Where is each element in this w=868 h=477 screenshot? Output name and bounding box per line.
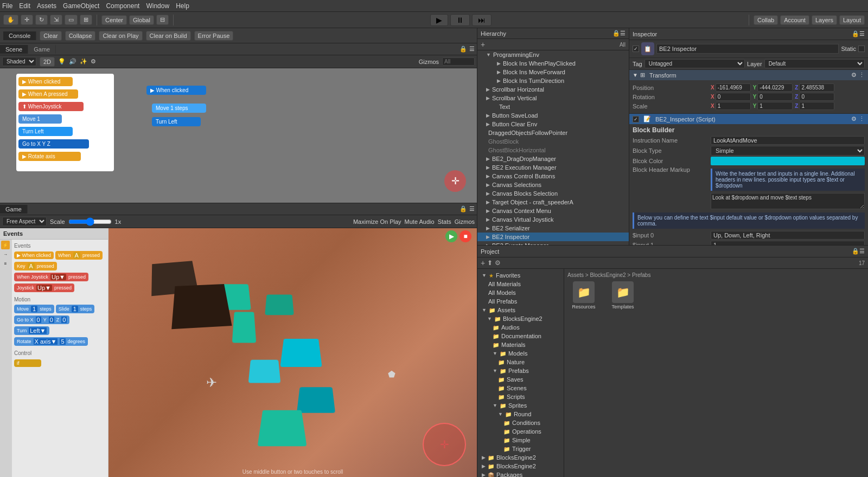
hierarchy-item-16[interactable]: ▶ Canvas Blocks Selection bbox=[477, 189, 629, 198]
inspector-lock[interactable]: 🔒 bbox=[852, 30, 859, 37]
docs-item[interactable]: 📁 Documentation bbox=[480, 332, 561, 340]
scratch-block4[interactable]: Move 1 bbox=[18, 114, 62, 124]
menu-window[interactable]: Window bbox=[146, 2, 169, 10]
hierarchy-item-0[interactable]: ▼ ProgrammingEnv bbox=[477, 50, 629, 59]
move-gizmo[interactable]: ✛ bbox=[444, 170, 466, 192]
simple-item[interactable]: 📁 Simple bbox=[480, 436, 561, 444]
hierarchy-item-11[interactable]: GhostBlockHorizontal bbox=[477, 146, 629, 154]
joystick-pressed[interactable]: Joystick Up▼ pressed bbox=[14, 283, 74, 292]
hierarchy-item-8[interactable]: ▶ Button Clear Env bbox=[477, 120, 629, 128]
hierarchy-item-2[interactable]: ▶ Block Ins MoveForward bbox=[477, 68, 629, 76]
blocksengine2-item[interactable]: ▼ 📁 BlocksEngine2 bbox=[480, 314, 561, 323]
collapse-button[interactable]: Collapse bbox=[65, 31, 96, 41]
transform-tool[interactable]: ⊞ bbox=[80, 15, 92, 25]
all-cat-icon[interactable]: ≡ bbox=[1, 259, 10, 268]
sound-cat-icon[interactable] bbox=[1, 278, 10, 286]
hierarchy-item-1[interactable]: ▶ Block Ins WhenPlayClicked bbox=[477, 59, 629, 68]
move-block[interactable]: Move 1 steps bbox=[152, 104, 206, 113]
hierarchy-item-9[interactable]: DraggedObjectsFollowPointer bbox=[477, 128, 629, 137]
pause-button[interactable]: ⏸ bbox=[450, 14, 470, 26]
input1-field[interactable] bbox=[711, 241, 865, 245]
menu-help[interactable]: Help bbox=[176, 2, 189, 10]
pos-z-input[interactable] bbox=[799, 83, 834, 92]
scene-menu[interactable]: ☰ bbox=[469, 46, 475, 53]
all-models-item[interactable]: All Models bbox=[480, 288, 561, 297]
packages-item[interactable]: ▶ 📦 Packages bbox=[480, 470, 561, 477]
assets-item[interactable]: ▼ 📁 Assets bbox=[480, 306, 561, 314]
mute-audio-btn[interactable]: Mute Audio bbox=[405, 218, 435, 225]
hierarchy-add-btn[interactable]: + bbox=[481, 40, 485, 49]
hierarchy-item-22[interactable]: ▶ BE2 Events Manager bbox=[477, 241, 629, 245]
menu-edit[interactable]: Edit bbox=[19, 2, 30, 10]
looks-cat-icon[interactable] bbox=[1, 268, 10, 277]
round-item[interactable]: ▼ 📁 Round bbox=[480, 410, 561, 418]
hierarchy-item-19[interactable]: ▶ Canvas Virtual Joystick bbox=[477, 215, 629, 224]
scale-slider[interactable] bbox=[68, 217, 112, 226]
script-component-header[interactable]: ✓ 📝 BE2_Inspector (Script) ⚙ ⋮ bbox=[629, 114, 868, 124]
instruction-name-input[interactable] bbox=[711, 136, 865, 145]
game-tab[interactable]: Game bbox=[0, 205, 28, 214]
scale-x-input[interactable] bbox=[716, 102, 751, 110]
scene-tab[interactable]: Scene bbox=[0, 45, 28, 54]
active-checkbox[interactable]: ✓ bbox=[633, 46, 639, 52]
gizmos-game-btn[interactable]: Gizmos bbox=[455, 218, 475, 225]
move-steps-block[interactable]: Move 1 steps bbox=[14, 305, 54, 313]
control-cat-icon[interactable] bbox=[1, 287, 10, 295]
script-settings[interactable]: ⚙ bbox=[851, 115, 857, 123]
maximize-btn[interactable]: Maximize On Play bbox=[353, 218, 401, 225]
audios-item[interactable]: 📁 Audios bbox=[480, 323, 561, 332]
operations-item[interactable]: 📁 Operations bbox=[480, 427, 561, 436]
transform-overflow[interactable]: ⋮ bbox=[859, 72, 865, 79]
custom-cat-icon[interactable] bbox=[1, 305, 10, 314]
input0-field[interactable] bbox=[711, 231, 865, 240]
project-lock[interactable]: 🔒 bbox=[852, 248, 859, 255]
prefabs-item[interactable]: ▼ 📁 Prefabs bbox=[480, 366, 561, 375]
game-3d-view[interactable]: ✈ ⬟ ✛ ▶ ■ Use middle button or two touch… bbox=[108, 228, 477, 477]
hierarchy-item-15[interactable]: ▶ Canvas Selections bbox=[477, 181, 629, 189]
nature-item[interactable]: 📁 Nature bbox=[480, 358, 561, 366]
slide-steps-block[interactable]: Slide 1 steps bbox=[56, 305, 95, 313]
rot-x-input[interactable] bbox=[716, 93, 751, 101]
scale-tool[interactable]: ⇲ bbox=[50, 15, 62, 25]
hierarchy-item-14[interactable]: ▶ Canvas Control Buttons bbox=[477, 172, 629, 181]
sprites-item[interactable]: ▼ 📁 Sprites bbox=[480, 401, 561, 410]
hierarchy-item-6[interactable]: Text bbox=[477, 102, 629, 111]
turn-block[interactable]: Turn Left bbox=[152, 117, 201, 126]
project-settings-btn[interactable]: ⚙ bbox=[495, 259, 501, 267]
when-clicked-block[interactable]: ▶ When clicked bbox=[146, 86, 206, 95]
if-block[interactable]: if bbox=[14, 359, 41, 367]
game-lock[interactable]: 🔒 bbox=[459, 205, 467, 212]
trigger-item[interactable]: 📁 Trigger bbox=[480, 444, 561, 453]
turn-left-block[interactable]: Turn Left▼ bbox=[14, 326, 49, 335]
scratch-block6[interactable]: Go to X Y Z bbox=[18, 139, 89, 149]
all-prefabs-item[interactable]: All Prefabs bbox=[480, 297, 561, 306]
hierarchy-item-21[interactable]: ▶ BE2 Inspector bbox=[477, 233, 629, 241]
transform-header[interactable]: ▼ ⊞ Transform ⚙ ⋮ bbox=[629, 70, 868, 80]
object-name-input[interactable] bbox=[656, 44, 839, 54]
layout-button[interactable]: Layout bbox=[839, 15, 865, 25]
play-button[interactable]: ▶ bbox=[430, 14, 448, 26]
tag-select[interactable]: Untagged bbox=[644, 59, 745, 68]
joystick-control[interactable]: ✛ bbox=[423, 423, 466, 466]
fx-icon[interactable]: ✨ bbox=[80, 58, 87, 65]
materials-item[interactable]: 📁 Materials bbox=[480, 340, 561, 349]
shading-select[interactable]: Shaded bbox=[2, 57, 36, 66]
rotate-block[interactable]: Rotate X axis▼ 5 degrees bbox=[14, 337, 88, 346]
hierarchy-item-18[interactable]: ▶ Canvas Context Menu bbox=[477, 207, 629, 215]
key-pressed-event[interactable]: Key A pressed bbox=[14, 262, 57, 270]
when-clicked-event[interactable]: ▶ When clicked bbox=[14, 252, 54, 259]
hierarchy-item-20[interactable]: ▶ BE2 Serializer bbox=[477, 224, 629, 233]
hierarchy-item-4[interactable]: ▶ Scrollbar Horizontal bbox=[477, 85, 629, 94]
layer-select[interactable]: Default bbox=[764, 59, 865, 68]
game-menu[interactable]: ☰ bbox=[469, 205, 475, 212]
scale-z-input[interactable] bbox=[799, 102, 834, 110]
saves-item[interactable]: 📁 Saves bbox=[480, 375, 561, 384]
script-active[interactable]: ✓ bbox=[633, 116, 639, 123]
pos-x-input[interactable] bbox=[716, 83, 751, 92]
menu-gameobject[interactable]: GameObject bbox=[63, 2, 99, 10]
conditions-item[interactable]: 📁 Conditions bbox=[480, 418, 561, 427]
menu-assets[interactable]: Assets bbox=[37, 2, 56, 10]
center-button[interactable]: Center bbox=[101, 15, 127, 25]
collab-button[interactable]: Collab bbox=[754, 15, 778, 25]
stats-btn[interactable]: Stats bbox=[438, 218, 451, 225]
